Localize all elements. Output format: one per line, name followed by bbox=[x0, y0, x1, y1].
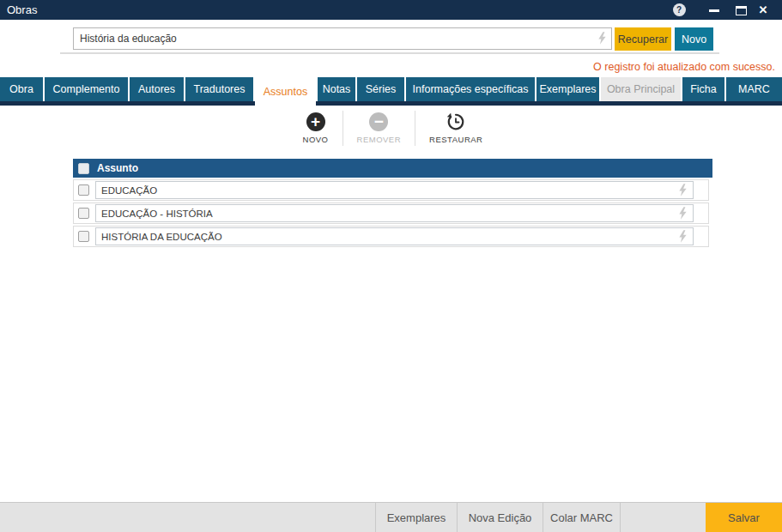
tab-complemento[interactable]: Complemento bbox=[45, 77, 128, 101]
search-field-wrap bbox=[73, 27, 612, 50]
row-checkbox[interactable] bbox=[78, 184, 89, 196]
lightning-icon bbox=[597, 32, 607, 45]
tab-obra[interactable]: Obra bbox=[0, 77, 43, 101]
tab-informacoes-especificas[interactable]: Informações específicas bbox=[406, 77, 535, 101]
search-input[interactable] bbox=[73, 27, 612, 50]
minus-circle-icon: − bbox=[369, 112, 388, 131]
colar-marc-button[interactable]: Colar MARC bbox=[543, 503, 621, 532]
close-icon: ✕ bbox=[759, 3, 768, 16]
window-title: Obras bbox=[7, 0, 37, 20]
plus-circle-icon: + bbox=[306, 112, 325, 131]
lightning-icon bbox=[678, 230, 688, 243]
exemplares-button[interactable]: Exemplares bbox=[375, 503, 458, 532]
nova-edicao-button[interactable]: Nova Edição bbox=[458, 503, 543, 532]
lightning-icon bbox=[678, 207, 688, 220]
window-titlebar: Obras ? ✕ bbox=[0, 0, 782, 20]
salvar-button[interactable]: Salvar bbox=[706, 503, 782, 532]
lightning-icon bbox=[678, 184, 688, 196]
help-button[interactable]: ? bbox=[670, 0, 688, 20]
tab-assuntos[interactable]: Assuntos bbox=[255, 77, 316, 106]
assunto-field[interactable] bbox=[95, 181, 694, 199]
table-header-label: Assunto bbox=[97, 162, 138, 174]
select-all-checkbox[interactable] bbox=[78, 163, 89, 174]
tab-marc[interactable]: MARC bbox=[726, 77, 782, 101]
table-header: Assunto bbox=[73, 159, 712, 178]
assunto-field[interactable] bbox=[95, 227, 694, 245]
assuntos-table: Assunto bbox=[73, 159, 712, 247]
table-row bbox=[73, 179, 709, 201]
minimize-icon bbox=[709, 9, 719, 12]
table-row bbox=[73, 203, 709, 224]
tab-obra-principal: Obra Principal bbox=[601, 77, 681, 101]
restore-history-icon bbox=[446, 112, 465, 131]
tab-series[interactable]: Séries bbox=[357, 77, 404, 101]
minimize-button[interactable] bbox=[706, 0, 723, 20]
table-row bbox=[73, 226, 709, 247]
close-button[interactable]: ✕ bbox=[754, 0, 773, 20]
tab-exemplares[interactable]: Exemplares bbox=[536, 77, 599, 101]
tabstrip-underline bbox=[0, 101, 782, 106]
maximize-button[interactable] bbox=[731, 0, 750, 20]
help-icon: ? bbox=[673, 3, 686, 16]
assunto-field[interactable] bbox=[95, 204, 694, 222]
remover-assunto-button: − REMOVER bbox=[343, 111, 415, 146]
novo-button[interactable]: Novo bbox=[675, 27, 713, 51]
tab-ficha[interactable]: Ficha bbox=[682, 77, 724, 101]
separator-line bbox=[60, 52, 719, 54]
footer-bar: Exemplares Nova Edição Colar MARC Salvar bbox=[0, 502, 782, 532]
status-message: O registro foi atualizado com sucesso. bbox=[593, 61, 775, 73]
row-checkbox[interactable] bbox=[78, 208, 89, 219]
tab-tradutores[interactable]: Tradutores bbox=[185, 77, 253, 101]
maximize-icon bbox=[736, 6, 747, 15]
row-checkbox[interactable] bbox=[78, 231, 89, 242]
novo-label: NOVO bbox=[303, 135, 329, 144]
assuntos-toolbar: + NOVO − REMOVER RESTAURAR bbox=[73, 111, 712, 146]
novo-assunto-button[interactable]: + NOVO bbox=[289, 111, 343, 146]
recuperar-button[interactable]: Recuperar bbox=[615, 27, 671, 51]
remover-label: REMOVER bbox=[357, 135, 402, 144]
tab-notas[interactable]: Notas bbox=[318, 77, 355, 101]
restaurar-label: RESTAURAR bbox=[429, 135, 482, 144]
tab-autores[interactable]: Autores bbox=[130, 77, 184, 101]
restaurar-button[interactable]: RESTAURAR bbox=[415, 111, 496, 146]
